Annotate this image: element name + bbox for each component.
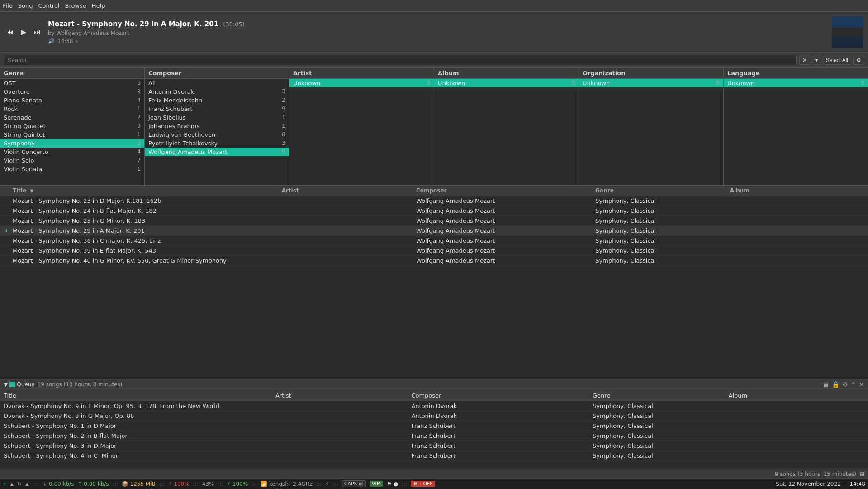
queue-row[interactable]: Schubert - Symphony No. 4 in C- MinorFra… bbox=[0, 451, 868, 461]
browser-item[interactable]: Pyotr Ilyich Tchaikovsky3 bbox=[145, 139, 289, 148]
queue-title: Dvorak - Symphony No. 8 in G Major, Op. … bbox=[4, 412, 275, 419]
prev-button[interactable]: ⏮ bbox=[5, 27, 15, 37]
browser-item[interactable]: Felix Mendelssohn2 bbox=[145, 96, 289, 105]
browser-item[interactable]: Wolfgang Amadeus Mozart9 bbox=[145, 148, 289, 156]
browser-item[interactable]: Piano Sonata4 bbox=[0, 96, 144, 105]
tracklist-col-album[interactable]: Album bbox=[730, 187, 864, 194]
menu-control[interactable]: Control bbox=[38, 2, 59, 9]
tracklist-col-genre[interactable]: Genre bbox=[595, 187, 730, 194]
play-button[interactable]: ▶ bbox=[19, 27, 28, 37]
menu-browse[interactable]: Browse bbox=[65, 2, 86, 9]
queue-row[interactable]: Schubert - Symphony No. 1 in D MajorFran… bbox=[0, 421, 868, 431]
browser-item[interactable]: Unknown9 bbox=[289, 79, 434, 87]
queue-expand-button[interactable]: ⌃ bbox=[851, 381, 856, 388]
browser-item[interactable]: Jean Sibelius1 bbox=[145, 113, 289, 122]
browser-item[interactable]: OST5 bbox=[0, 79, 144, 87]
queue-section: ▼ Queue 19 songs (10 hours, 8 minutes) 🗑… bbox=[0, 379, 868, 478]
browser-item[interactable]: Violin Concerto4 bbox=[0, 148, 144, 156]
track-title: Mozart - Symphony No. 36 in C major, K. … bbox=[13, 237, 282, 244]
volume-icon[interactable]: 🔊 bbox=[48, 38, 55, 44]
queue-delete-button[interactable]: 🗑 bbox=[823, 381, 829, 388]
track-genre: Symphony, Classical bbox=[595, 257, 730, 264]
tracklist-col-composer[interactable]: Composer bbox=[416, 187, 595, 194]
statusbar-icon-1[interactable]: ≡ bbox=[3, 480, 6, 488]
track-composer: Wolfgang Amadeus Mozart bbox=[416, 257, 595, 264]
browser-col-artist: ArtistUnknown9 bbox=[289, 68, 434, 185]
queue-list: Dvorak - Symphony No. 9 in E Minor, Op. … bbox=[0, 401, 868, 470]
browser-item[interactable]: String Quintet1 bbox=[0, 130, 144, 139]
queue-toggle[interactable]: ▼ Queue bbox=[4, 381, 35, 388]
statusbar-icon-3[interactable]: ↻ bbox=[17, 480, 22, 488]
search-input[interactable] bbox=[4, 55, 797, 65]
track-row[interactable]: Mozart - Symphony No. 25 in G Minor, K. … bbox=[0, 216, 868, 226]
browser-item[interactable]: Serenade2 bbox=[0, 113, 144, 122]
menu-help[interactable]: Help bbox=[92, 2, 105, 9]
browser-item[interactable]: Antonin Dvorak3 bbox=[145, 87, 289, 96]
queue-row[interactable]: Dvorak - Symphony No. 9 in E Minor, Op. … bbox=[0, 401, 868, 411]
statusbar-icon-4[interactable]: ▲ bbox=[24, 480, 30, 488]
queue-col-album[interactable]: Album bbox=[729, 392, 864, 399]
browser-item-label: Ludwig van Beethoven bbox=[148, 131, 215, 138]
next-button[interactable]: ⏭ bbox=[32, 27, 43, 37]
browser-item-label: Piano Sonata bbox=[4, 97, 42, 104]
track-row[interactable]: Mozart - Symphony No. 23 in D Major, K.1… bbox=[0, 196, 868, 206]
queue-row[interactable]: Schubert - Symphony No. 2 in B-flat Majo… bbox=[0, 431, 868, 441]
time-arrow[interactable]: › bbox=[76, 38, 78, 44]
queue-col-composer[interactable]: Composer bbox=[411, 392, 593, 399]
queue-col-artist[interactable]: Artist bbox=[275, 392, 411, 399]
queue-col-genre[interactable]: Genre bbox=[593, 392, 728, 399]
tracklist-col-artist[interactable]: Artist bbox=[282, 187, 416, 194]
queue-genre: Symphony, Classical bbox=[593, 442, 728, 449]
browser-item-label: Violin Solo bbox=[4, 157, 34, 164]
menu-file[interactable]: File bbox=[3, 2, 13, 9]
browser-item[interactable]: Ludwig van Beethoven8 bbox=[145, 130, 289, 139]
queue-lock-button[interactable]: 🔒 bbox=[832, 381, 840, 388]
queue-row[interactable]: Schubert - Symphony No. 3 in D-MajorFran… bbox=[0, 441, 868, 451]
sep4: ::: bbox=[193, 481, 199, 487]
queue-settings-button[interactable]: ⚙ bbox=[842, 381, 848, 388]
browser-item[interactable]: Unknown9 bbox=[724, 79, 868, 87]
browser-item-label: Franz Schubert bbox=[148, 105, 193, 112]
track-row[interactable]: Mozart - Symphony No. 36 in C major, K. … bbox=[0, 236, 868, 246]
statusbar-icon-2[interactable]: ▲ bbox=[9, 480, 14, 488]
browser-item[interactable]: Johannes Brahms1 bbox=[145, 122, 289, 130]
browser-col-album: AlbumUnknown9 bbox=[434, 68, 579, 185]
browser-item-label: Unknown bbox=[438, 80, 465, 86]
queue-col-title[interactable]: Title bbox=[4, 392, 275, 399]
settings-button[interactable]: ⚙ bbox=[853, 56, 864, 65]
tracklist-col-title[interactable]: Title ▼ bbox=[13, 187, 282, 194]
menu-song[interactable]: Song bbox=[18, 2, 33, 9]
select-all-button[interactable]: Select All bbox=[823, 56, 851, 65]
search-clear-button[interactable]: ✕ bbox=[799, 56, 810, 65]
queue-close-button[interactable]: ✕ bbox=[859, 381, 864, 388]
track-title: Mozart - Symphony No. 29 in A Major, K. … bbox=[13, 227, 282, 234]
browser-item-count: 2 bbox=[137, 114, 141, 121]
browser-item-label: Felix Mendelssohn bbox=[148, 97, 202, 104]
queue-icon bbox=[9, 382, 15, 387]
browser-item[interactable]: Symphony3 bbox=[0, 139, 144, 148]
browser-item-label: All bbox=[148, 80, 156, 86]
queue-title: Schubert - Symphony No. 2 in B-flat Majo… bbox=[4, 432, 275, 439]
browser-item[interactable]: All bbox=[145, 79, 289, 87]
browser-item-label: String Quintet bbox=[4, 131, 45, 138]
queue-row[interactable]: Dvorak - Symphony No. 8 in G Major, Op. … bbox=[0, 411, 868, 421]
browser-item[interactable]: Franz Schubert9 bbox=[145, 105, 289, 113]
queue-footer-icon[interactable]: ⊞ bbox=[860, 471, 864, 477]
browser-item-count: 3 bbox=[137, 123, 141, 129]
browser-item[interactable]: Violin Sonata1 bbox=[0, 165, 144, 173]
browser-item[interactable]: Violin Solo7 bbox=[0, 156, 144, 165]
browser-item-label: Wolfgang Amadeus Mozart bbox=[148, 149, 227, 155]
browser-item[interactable]: Overture9 bbox=[0, 87, 144, 96]
browser-item[interactable]: Rock1 bbox=[0, 105, 144, 113]
browser-item[interactable]: Unknown9 bbox=[579, 79, 723, 87]
track-row[interactable]: ⏸Mozart - Symphony No. 29 in A Major, K.… bbox=[0, 226, 868, 236]
search-dropdown-button[interactable]: ▾ bbox=[812, 56, 821, 65]
track-row[interactable]: Mozart - Symphony No. 40 in G Minor, KV.… bbox=[0, 256, 868, 266]
browser-item[interactable]: Unknown9 bbox=[434, 79, 579, 87]
track-row[interactable]: Mozart - Symphony No. 24 in B-flat Major… bbox=[0, 206, 868, 216]
browser-item[interactable]: String Quartet3 bbox=[0, 122, 144, 130]
track-row[interactable]: Mozart - Symphony No. 39 in E-flat Major… bbox=[0, 246, 868, 256]
queue-title: Schubert - Symphony No. 4 in C- Minor bbox=[4, 452, 275, 459]
queue-title: Schubert - Symphony No. 1 in D Major bbox=[4, 422, 275, 429]
queue-info: 19 songs (10 hours, 8 minutes) bbox=[38, 381, 123, 388]
